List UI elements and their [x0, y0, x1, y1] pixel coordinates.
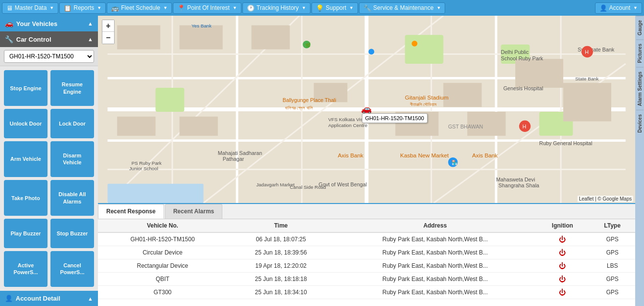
table-wrapper[interactable]: Vehicle No.TimeAddressIgnitionLType GH01… [98, 219, 635, 306]
zoom-in-button[interactable]: + [102, 20, 114, 32]
account-detail-toggle: ▲ [88, 296, 93, 302]
svg-text:GST BHAWAN: GST BHAWAN [448, 124, 483, 129]
right-tab-gauge[interactable]: Gauge [636, 16, 644, 39]
table-row[interactable]: GH01-HR-1520-TM150006 Jul 18, 18:07:25Ru… [98, 232, 635, 246]
ctrl-btn-arm-vehicle[interactable]: Arm Vehicle [4, 141, 48, 177]
account-icon: 👤 [599, 4, 607, 12]
ignition-off-icon: ⏻ [559, 235, 566, 243]
nav-reports[interactable]: 📋 Reports ▼ [59, 2, 106, 14]
table-cell: 19 Apr 18, 12:20:02 [227, 259, 335, 273]
ctrl-btn-unlock-door[interactable]: Unlock Door [4, 109, 48, 138]
right-tab-devices[interactable]: Devices [636, 110, 644, 137]
svg-text:Axis Bank: Axis Bank [338, 152, 363, 158]
ignition-cell: ⏻ [535, 273, 589, 286]
ctrl-btn-stop-buzzer[interactable]: Stop Buzzer [50, 219, 94, 248]
right-panel-tabs: GaugePicturesAlarm SettingsDevices [635, 16, 644, 306]
nav-support[interactable]: 💡 Support ▼ [311, 2, 358, 14]
sidebar: 🚗 Your Vehicles ▲ 🔧 Car Control ▲ GH01-H… [0, 16, 98, 306]
svg-rect-20 [108, 184, 204, 203]
response-table: Vehicle No.TimeAddressIgnitionLType GH01… [98, 219, 635, 299]
svg-rect-16 [405, 35, 443, 64]
svg-text:H: H [523, 124, 526, 129]
right-tab-alarm-settings[interactable]: Alarm Settings [636, 67, 644, 110]
zoom-out-button[interactable]: − [102, 32, 114, 44]
chevron-down-icon: ▼ [436, 5, 441, 10]
table-cell: Ruby Park East, Kasbah North,West B... [334, 232, 535, 246]
svg-text:Junior School: Junior School [129, 166, 158, 171]
map-container[interactable]: Ballygunge Place Thali বালিগঞ্জ প্লেস থা… [98, 16, 635, 203]
svg-text:PS Ruby Park: PS Ruby Park [132, 160, 162, 166]
toggle-icon: ▲ [88, 21, 93, 26]
col-header-ignition: Ignition [535, 219, 589, 232]
svg-text:Application Centre: Application Centre [328, 123, 367, 128]
svg-text:Jadavgarh Market: Jadavgarh Market [256, 182, 295, 187]
tab-recent-response[interactable]: Recent Response [98, 204, 164, 219]
nav-account[interactable]: 👤 Account ▼ [595, 2, 642, 14]
ignition-cell: ⏻ [535, 259, 589, 273]
right-tab-pictures[interactable]: Pictures [636, 39, 644, 67]
ctrl-btn-play-buzzer[interactable]: Play Buzzer [4, 219, 48, 248]
ignition-off-icon: ⏻ [559, 275, 566, 283]
table-cell: QBIT [98, 273, 227, 286]
nav-service[interactable]: 🔧 Service & Maintenance ▼ [359, 2, 445, 14]
ignition-off-icon: ⏻ [559, 288, 566, 296]
svg-rect-18 [156, 88, 185, 112]
car-control-icon: 🔧 [5, 35, 13, 43]
map-zoom-controls: + − [102, 20, 115, 44]
table-row[interactable]: GT30025 Jun 18, 18:34:10Ruby Park East, … [98, 286, 635, 299]
nav-tracking-history[interactable]: 🕐 Tracking History ▼ [242, 2, 310, 14]
svg-text:State Bank: State Bank [575, 76, 599, 81]
ctrl-btn-stop-engine[interactable]: Stop Engine [4, 70, 48, 106]
control-grid: Stop EngineResume EngineUnlock DoorLock … [0, 66, 98, 291]
vehicle-dropdown[interactable]: GH01-HR-1520-TM1500 [4, 50, 94, 63]
table-cell: 25 Jun 18, 18:39:56 [227, 246, 335, 259]
svg-rect-22 [180, 26, 223, 50]
svg-text:Delhi Public: Delhi Public [501, 49, 529, 55]
ctrl-btn-active-power[interactable]: Active PowerS... [4, 251, 48, 287]
chevron-down-icon: ▼ [163, 5, 167, 10]
svg-rect-21 [117, 26, 160, 50]
svg-rect-26 [515, 59, 563, 88]
table-row[interactable]: Rectangular Device19 Apr 18, 12:20:02Rub… [98, 259, 635, 273]
svg-text:Pathagar: Pathagar [223, 156, 244, 162]
table-cell: Ruby Park East, Kasbah North,West B... [334, 273, 535, 286]
vehicle-select-row: GH01-HR-1520-TM1500 [0, 47, 98, 66]
svg-text:🏪: 🏪 [452, 159, 458, 166]
svg-text:Mahasweta Devi: Mahasweta Devi [496, 177, 535, 182]
nav-master-data[interactable]: 🖥 Master Data ▼ [2, 2, 58, 14]
ignition-cell: ⏻ [535, 232, 589, 246]
ctrl-btn-cancel-power[interactable]: Cancel PowerS... [50, 251, 94, 287]
ctrl-btn-resume-engine[interactable]: Resume Engine [50, 70, 94, 106]
account-detail-bar[interactable]: 👤 Account Detail ▲ [0, 291, 98, 306]
col-header-address: Address [334, 219, 535, 232]
tab-recent-alarms[interactable]: Recent Alarms [165, 204, 223, 219]
car-control-header[interactable]: 🔧 Car Control ▲ [0, 31, 98, 47]
chevron-down-icon: ▼ [633, 5, 638, 10]
table-row[interactable]: QBIT25 Jun 18, 18:18:18Ruby Park East, K… [98, 273, 635, 286]
service-icon: 🔧 [363, 4, 371, 12]
nav-fleet-schedule[interactable]: 🚌 Fleet Schedule ▼ [107, 2, 172, 14]
ctrl-btn-lock-door[interactable]: Lock Door [50, 109, 94, 138]
ltype-cell: GPS [590, 232, 635, 246]
ctrl-btn-take-photo[interactable]: Take Photo [4, 180, 48, 216]
ctrl-btn-disable-alarms[interactable]: Disable All Alarms [50, 180, 94, 216]
ignition-off-icon: ⏻ [559, 262, 566, 270]
table-row[interactable]: Circular Device25 Jun 18, 18:39:56Ruby P… [98, 246, 635, 259]
reports-icon: 📋 [64, 4, 72, 12]
svg-text:Shangraha Shala: Shangraha Shala [499, 182, 539, 188]
svg-rect-25 [443, 83, 481, 107]
ignition-cell: ⏻ [535, 286, 589, 299]
ignition-cell: ⏻ [535, 246, 589, 259]
master-data-icon: 🖥 [6, 4, 13, 12]
ctrl-btn-disarm-vehicle[interactable]: Disarm Vehicle [50, 141, 94, 177]
your-vehicles-header[interactable]: 🚗 Your Vehicles ▲ [0, 16, 98, 31]
chevron-down-icon: ▼ [97, 5, 101, 10]
ltype-cell: GPS [590, 273, 635, 286]
svg-text:H: H [585, 49, 589, 55]
chevron-down-icon: ▼ [349, 5, 354, 10]
svg-rect-23 [251, 26, 289, 50]
nav-poi[interactable]: 📍 Point Of Interest ▼ [173, 2, 241, 14]
table-cell: Ruby Park East, Kasbah North,West B... [334, 259, 535, 273]
ltype-cell: LBS [590, 259, 635, 273]
table-cell: 25 Jun 18, 18:18:18 [227, 273, 335, 286]
